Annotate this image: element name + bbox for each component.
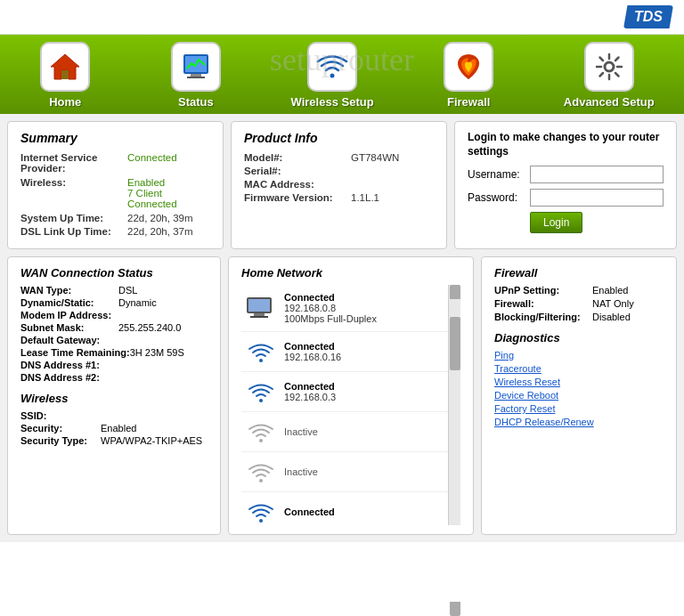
- lease-row: Lease Time Remaining: 3H 23M 59S: [20, 347, 208, 358]
- wan-title: WAN Connection Status: [20, 266, 208, 280]
- device-status: Inactive: [284, 426, 318, 437]
- wireless-device-icon-inactive: [245, 459, 277, 484]
- wireless-row: Wireless: Enabled7 Client Connected: [20, 177, 210, 209]
- firewall-box: Firewall UPnP Setting: Enabled Firewall:…: [481, 256, 677, 535]
- subnet-label: Subnet Mask:: [20, 322, 118, 333]
- wireless-icon-box: [307, 42, 357, 92]
- svg-point-15: [259, 479, 263, 482]
- serial-label: Serial#:: [244, 166, 351, 176]
- model-label: Model#:: [244, 152, 351, 163]
- svg-point-12: [259, 359, 263, 362]
- nav-item-home[interactable]: Home: [12, 42, 118, 114]
- sysuptime-label: System Up Time:: [20, 213, 127, 223]
- home-icon: [49, 51, 81, 83]
- mac-row: MAC Address:: [244, 179, 434, 190]
- device-status: Inactive: [284, 466, 318, 477]
- nav-item-wireless[interactable]: Wireless Setup: [273, 42, 392, 114]
- nav-label-home: Home: [49, 95, 81, 109]
- list-item: Connected 192.168.0.3: [241, 372, 448, 412]
- device-speed: 100Mbps Full-Duplex: [284, 313, 377, 324]
- diag-traceroute-link[interactable]: Traceroute: [494, 363, 664, 374]
- wireless-icon: [316, 51, 348, 83]
- diagnostics-title: Diagnostics: [494, 331, 664, 344]
- nav-label-firewall: Firewall: [447, 95, 490, 109]
- mac-label: MAC Address:: [244, 179, 351, 190]
- device-status: Connected: [284, 381, 336, 392]
- diag-wireless-reset-link[interactable]: Wireless Reset: [494, 377, 664, 387]
- list-item: Connected 192.168.0.16: [241, 332, 448, 372]
- device-list: Connected 192.168.0.8 100Mbps Full-Duple…: [241, 285, 448, 525]
- dsllinkuptime-value: 22d, 20h, 37m: [127, 226, 193, 237]
- advanced-icon-box: [584, 42, 634, 92]
- device-status: Connected: [284, 341, 341, 352]
- dsllinkuptime-row: DSL Link Up Time: 22d, 20h, 37m: [20, 226, 210, 237]
- wan-type-row: WAN Type: DSL: [20, 285, 208, 296]
- dns1-label: DNS Address #1:: [20, 360, 118, 370]
- status-icon: [180, 51, 212, 83]
- isp-row: Internet ServiceProvider: Connected: [20, 152, 210, 174]
- security-type-row: Security Type: WPA/WPA2-TKIP+AES: [20, 435, 208, 446]
- firewall-icon-box: [444, 42, 493, 92]
- device-info: Connected 192.168.0.16: [284, 341, 341, 362]
- blocking-value: Disabled: [592, 312, 631, 322]
- login-button[interactable]: Login: [530, 212, 582, 233]
- list-item: Inactive: [241, 452, 448, 492]
- scroll-thumb: [450, 317, 460, 370]
- home-network-box: Home Network: [228, 256, 474, 535]
- model-row: Model#: GT784WN: [244, 152, 434, 163]
- login-title: Login to make changes to your router set…: [468, 131, 664, 158]
- diag-device-reboot-link[interactable]: Device Reboot: [494, 390, 664, 401]
- firewall-icon: [452, 51, 484, 83]
- svg-point-13: [259, 399, 263, 402]
- nav-item-advanced[interactable]: Advanced Setup: [546, 42, 672, 114]
- nav-bar: Home Status: [0, 35, 684, 114]
- summary-box: Summary Internet ServiceProvider: Connec…: [7, 121, 224, 249]
- wireless-section: Wireless SSID: Security: Enabled Securit…: [20, 392, 208, 446]
- security-row: Security: Enabled: [20, 423, 208, 434]
- tds-logo: TDS: [623, 5, 673, 28]
- diagnostics-section: Diagnostics Ping Traceroute Wireless Res…: [494, 331, 664, 427]
- diag-ping-link[interactable]: Ping: [494, 350, 664, 361]
- username-row: Username:: [468, 166, 664, 183]
- wan-type-value: DSL: [118, 285, 137, 296]
- firewall-title: Firewall: [494, 266, 664, 280]
- device-info: Inactive: [284, 426, 318, 437]
- dns2-row: DNS Address #2:: [20, 372, 208, 383]
- modem-ip-label: Modem IP Address:: [20, 310, 118, 320]
- summary-row: Summary Internet ServiceProvider: Connec…: [7, 121, 677, 249]
- home-network-title: Home Network: [241, 266, 460, 280]
- svg-point-6: [330, 74, 335, 78]
- upnp-label: UPnP Setting:: [494, 285, 592, 296]
- security-type-value: WPA/WPA2-TKIP+AES: [101, 435, 202, 446]
- security-type-label: Security Type:: [20, 435, 101, 446]
- isp-value: Connected: [127, 152, 177, 174]
- diag-dhcp-link[interactable]: DHCP Release/Renew: [494, 417, 664, 427]
- device-info: Connected 192.168.0.8 100Mbps Full-Duple…: [284, 292, 377, 324]
- firmware-row: Firmware Version: 1.1L.1: [244, 192, 434, 203]
- wired-device-icon: [245, 296, 277, 320]
- username-input[interactable]: [530, 166, 664, 183]
- wan-box: WAN Connection Status WAN Type: DSL Dyna…: [7, 256, 221, 535]
- svg-rect-9: [248, 299, 270, 312]
- svg-point-16: [259, 519, 263, 523]
- nav-item-firewall[interactable]: Firewall: [415, 42, 522, 114]
- nav-label-wireless: Wireless Setup: [291, 95, 374, 109]
- dsllinkuptime-label: DSL Link Up Time:: [20, 226, 127, 237]
- sysuptime-row: System Up Time: 22d, 20h, 39m: [20, 213, 210, 223]
- isp-label: Internet ServiceProvider:: [20, 152, 127, 174]
- svg-rect-5: [187, 77, 205, 78]
- nav-label-status: Status: [178, 95, 214, 109]
- lease-label: Lease Time Remaining:: [20, 347, 130, 358]
- diag-factory-reset-link[interactable]: Factory Reset: [494, 403, 664, 414]
- svg-point-14: [259, 439, 263, 442]
- scrollbar[interactable]: [448, 285, 460, 525]
- username-label: Username:: [468, 168, 530, 181]
- nav-item-status[interactable]: Status: [142, 42, 249, 114]
- password-input[interactable]: [530, 189, 664, 207]
- svg-rect-11: [250, 316, 268, 318]
- sysuptime-value: 22d, 20h, 39m: [127, 213, 193, 223]
- product-info-box: Product Info Model#: GT784WN Serial#: MA…: [231, 121, 447, 249]
- nav-container: setuprouter Home St: [0, 35, 684, 114]
- dns2-label: DNS Address #2:: [20, 372, 118, 383]
- device-status: Connected: [284, 292, 377, 303]
